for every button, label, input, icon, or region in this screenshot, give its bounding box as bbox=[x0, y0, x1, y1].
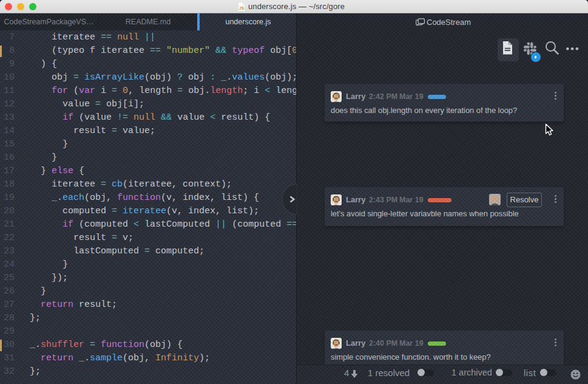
svg-text:JS: JS bbox=[238, 5, 244, 11]
